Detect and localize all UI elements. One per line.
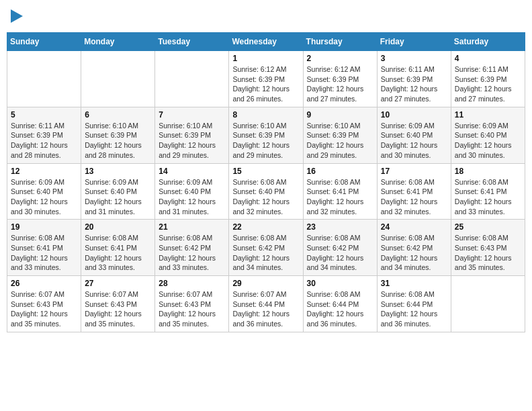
header-saturday: Saturday: [451, 33, 525, 51]
day-number: 27: [85, 279, 151, 288]
day-info: Sunrise: 6:08 AMSunset: 6:40 PMDaylight:…: [232, 177, 299, 217]
header-wednesday: Wednesday: [229, 33, 303, 51]
day-number: 20: [85, 222, 151, 232]
day-info: Sunrise: 6:08 AMSunset: 6:41 PMDaylight:…: [455, 177, 521, 217]
logo-arrow-icon: [11, 9, 23, 23]
day-number: 29: [232, 279, 299, 288]
calendar-cell: 13Sunrise: 6:09 AMSunset: 6:40 PMDayligh…: [81, 163, 155, 220]
calendar-cell: 5Sunrise: 6:11 AMSunset: 6:39 PMDaylight…: [7, 107, 81, 163]
header-monday: Monday: [81, 33, 155, 51]
day-info: Sunrise: 6:11 AMSunset: 6:39 PMDaylight:…: [381, 64, 447, 104]
calendar-cell: 17Sunrise: 6:08 AMSunset: 6:41 PMDayligh…: [377, 163, 451, 220]
day-info: Sunrise: 6:08 AMSunset: 6:41 PMDaylight:…: [85, 233, 151, 273]
calendar-cell: [451, 276, 525, 332]
day-number: 10: [381, 110, 447, 120]
calendar-cell: 18Sunrise: 6:08 AMSunset: 6:41 PMDayligh…: [451, 163, 525, 220]
calendar-cell: 15Sunrise: 6:08 AMSunset: 6:40 PMDayligh…: [229, 163, 303, 220]
day-info: Sunrise: 6:08 AMSunset: 6:42 PMDaylight:…: [159, 233, 225, 273]
calendar-cell: 16Sunrise: 6:08 AMSunset: 6:41 PMDayligh…: [303, 163, 377, 220]
day-number: 3: [381, 54, 447, 63]
day-info: Sunrise: 6:10 AMSunset: 6:39 PMDaylight:…: [232, 121, 299, 161]
calendar-cell: 10Sunrise: 6:09 AMSunset: 6:40 PMDayligh…: [377, 107, 451, 163]
calendar-cell: [7, 51, 81, 107]
logo: [9, 11, 23, 23]
calendar-cell: 20Sunrise: 6:08 AMSunset: 6:41 PMDayligh…: [81, 220, 155, 276]
day-number: 30: [307, 279, 373, 288]
calendar-cell: 8Sunrise: 6:10 AMSunset: 6:39 PMDaylight…: [229, 107, 303, 163]
calendar-cell: 14Sunrise: 6:09 AMSunset: 6:40 PMDayligh…: [155, 163, 229, 220]
calendar-cell: 1Sunrise: 6:12 AMSunset: 6:39 PMDaylight…: [229, 51, 303, 107]
day-info: Sunrise: 6:08 AMSunset: 6:41 PMDaylight:…: [381, 177, 447, 217]
calendar-cell: 7Sunrise: 6:10 AMSunset: 6:39 PMDaylight…: [155, 107, 229, 163]
calendar-cell: 23Sunrise: 6:08 AMSunset: 6:42 PMDayligh…: [303, 220, 377, 276]
day-number: 8: [232, 110, 299, 120]
day-info: Sunrise: 6:10 AMSunset: 6:39 PMDaylight:…: [307, 121, 373, 161]
calendar-week-4: 19Sunrise: 6:08 AMSunset: 6:41 PMDayligh…: [7, 220, 525, 276]
calendar-cell: 28Sunrise: 6:07 AMSunset: 6:43 PMDayligh…: [155, 276, 229, 332]
day-info: Sunrise: 6:08 AMSunset: 6:42 PMDaylight:…: [307, 233, 373, 273]
day-number: 31: [381, 279, 447, 288]
day-info: Sunrise: 6:12 AMSunset: 6:39 PMDaylight:…: [232, 64, 299, 104]
calendar-cell: 3Sunrise: 6:11 AMSunset: 6:39 PMDaylight…: [377, 51, 451, 107]
calendar-cell: 26Sunrise: 6:07 AMSunset: 6:43 PMDayligh…: [7, 276, 81, 332]
day-number: 19: [11, 222, 77, 232]
day-number: 25: [455, 222, 521, 232]
calendar-cell: 6Sunrise: 6:10 AMSunset: 6:39 PMDaylight…: [81, 107, 155, 163]
calendar-cell: 30Sunrise: 6:08 AMSunset: 6:44 PMDayligh…: [303, 276, 377, 332]
day-info: Sunrise: 6:08 AMSunset: 6:42 PMDaylight:…: [232, 233, 299, 273]
calendar-header-row: SundayMondayTuesdayWednesdayThursdayFrid…: [7, 33, 525, 51]
day-number: 18: [455, 167, 521, 176]
day-info: Sunrise: 6:08 AMSunset: 6:42 PMDaylight:…: [381, 233, 447, 273]
day-info: Sunrise: 6:07 AMSunset: 6:44 PMDaylight:…: [232, 289, 299, 329]
day-info: Sunrise: 6:07 AMSunset: 6:43 PMDaylight:…: [85, 289, 151, 329]
day-info: Sunrise: 6:09 AMSunset: 6:40 PMDaylight:…: [11, 177, 77, 217]
calendar-cell: [81, 51, 155, 107]
calendar-cell: 22Sunrise: 6:08 AMSunset: 6:42 PMDayligh…: [229, 220, 303, 276]
day-info: Sunrise: 6:07 AMSunset: 6:43 PMDaylight:…: [11, 289, 77, 329]
day-number: 1: [232, 54, 299, 63]
day-number: 6: [85, 110, 151, 120]
day-number: 26: [11, 279, 77, 288]
day-info: Sunrise: 6:08 AMSunset: 6:44 PMDaylight:…: [307, 289, 373, 329]
day-number: 15: [232, 167, 299, 176]
day-number: 28: [159, 279, 225, 288]
day-info: Sunrise: 6:08 AMSunset: 6:41 PMDaylight:…: [307, 177, 373, 217]
calendar-cell: 9Sunrise: 6:10 AMSunset: 6:39 PMDaylight…: [303, 107, 377, 163]
calendar-cell: 25Sunrise: 6:08 AMSunset: 6:43 PMDayligh…: [451, 220, 525, 276]
day-info: Sunrise: 6:09 AMSunset: 6:40 PMDaylight:…: [159, 177, 225, 217]
header-thursday: Thursday: [303, 33, 377, 51]
calendar-week-2: 5Sunrise: 6:11 AMSunset: 6:39 PMDaylight…: [7, 107, 525, 163]
calendar-cell: 19Sunrise: 6:08 AMSunset: 6:41 PMDayligh…: [7, 220, 81, 276]
day-info: Sunrise: 6:09 AMSunset: 6:40 PMDaylight:…: [85, 177, 151, 217]
calendar-cell: 29Sunrise: 6:07 AMSunset: 6:44 PMDayligh…: [229, 276, 303, 332]
page-header: [7, 7, 525, 27]
calendar-cell: 31Sunrise: 6:08 AMSunset: 6:44 PMDayligh…: [377, 276, 451, 332]
calendar-cell: [155, 51, 229, 107]
calendar-cell: 2Sunrise: 6:12 AMSunset: 6:39 PMDaylight…: [303, 51, 377, 107]
day-info: Sunrise: 6:12 AMSunset: 6:39 PMDaylight:…: [307, 64, 373, 104]
day-number: 4: [455, 54, 521, 63]
day-info: Sunrise: 6:08 AMSunset: 6:44 PMDaylight:…: [381, 289, 447, 329]
calendar-cell: 12Sunrise: 6:09 AMSunset: 6:40 PMDayligh…: [7, 163, 81, 220]
calendar-cell: 11Sunrise: 6:09 AMSunset: 6:40 PMDayligh…: [451, 107, 525, 163]
day-number: 24: [381, 222, 447, 232]
day-info: Sunrise: 6:11 AMSunset: 6:39 PMDaylight:…: [455, 64, 521, 104]
day-number: 9: [307, 110, 373, 120]
day-info: Sunrise: 6:11 AMSunset: 6:39 PMDaylight:…: [11, 121, 77, 161]
day-info: Sunrise: 6:10 AMSunset: 6:39 PMDaylight:…: [159, 121, 225, 161]
day-number: 14: [159, 167, 225, 176]
day-info: Sunrise: 6:08 AMSunset: 6:41 PMDaylight:…: [11, 233, 77, 273]
header-tuesday: Tuesday: [155, 33, 229, 51]
day-number: 7: [159, 110, 225, 120]
header-sunday: Sunday: [7, 33, 81, 51]
day-number: 23: [307, 222, 373, 232]
calendar-cell: 4Sunrise: 6:11 AMSunset: 6:39 PMDaylight…: [451, 51, 525, 107]
calendar-week-3: 12Sunrise: 6:09 AMSunset: 6:40 PMDayligh…: [7, 163, 525, 220]
day-info: Sunrise: 6:10 AMSunset: 6:39 PMDaylight:…: [85, 121, 151, 161]
day-info: Sunrise: 6:07 AMSunset: 6:43 PMDaylight:…: [159, 289, 225, 329]
day-info: Sunrise: 6:09 AMSunset: 6:40 PMDaylight:…: [381, 121, 447, 161]
calendar-cell: 24Sunrise: 6:08 AMSunset: 6:42 PMDayligh…: [377, 220, 451, 276]
day-number: 11: [455, 110, 521, 120]
day-info: Sunrise: 6:08 AMSunset: 6:43 PMDaylight:…: [455, 233, 521, 273]
calendar-cell: 21Sunrise: 6:08 AMSunset: 6:42 PMDayligh…: [155, 220, 229, 276]
